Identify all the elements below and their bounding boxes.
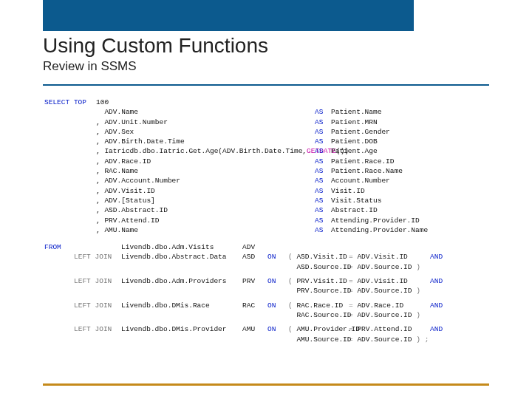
sql-table: Livendb.dbo.DMis.Provider [121, 324, 242, 334]
sql-column-row: , RAC.NameASPatient.Race.Name [44, 166, 502, 176]
sql-col-alias: Abstract.ID [331, 205, 378, 215]
kw-left-join: LEFT JOIN [74, 252, 121, 262]
sql-col-expr: , PRV.Attend.ID [96, 216, 315, 225]
sql-cond-l: ( ASD.Visit.ID [288, 252, 349, 262]
sql-column-row: , Iatricdb.dbo.Iatric.Get.Age(ADV.Birth.… [44, 146, 502, 156]
kw-as: AS [315, 166, 331, 176]
kw-and: AND [430, 252, 443, 262]
kw-as: AS [315, 127, 331, 137]
title-block: Using Custom Functions Review in SSMS [43, 34, 489, 78]
sql-col-alias: Patient.MRN [331, 117, 378, 127]
sql-col-alias: Patient.Gender [331, 127, 390, 137]
sql-col-expr: , ADV.Sex [96, 127, 315, 137]
divider-top [43, 84, 489, 86]
sql-cond-r: = PRV.Attend.ID [349, 324, 430, 334]
kw-on: ON [267, 324, 288, 334]
sql-col-alias: Patient.DOB [331, 137, 378, 146]
sql-column-row: , AMU.NameASAttending.Provider.Name [44, 225, 502, 235]
sql-col-alias: Patient.Race.ID [331, 157, 395, 166]
kw-top: TOP [74, 98, 86, 106]
kw-on: ON [267, 276, 288, 286]
sql-col-expr: , RAC.Name [96, 166, 315, 176]
sql-cond-l: ( RAC.Race.ID [288, 301, 349, 310]
sql-cond-r: = ADV.Source.ID ) [349, 310, 430, 320]
sql-cond-r: = ADV.Source.ID ) ; [349, 335, 430, 344]
sql-col-expr: , Iatricdb.dbo.Iatric.Get.Age(ADV.Birth.… [96, 146, 315, 156]
sql-cond-l: ( AMU.Provider.ID [288, 324, 349, 334]
sql-alias: ADV [242, 242, 267, 252]
sql-col-expr: , ADV.Race.ID [96, 157, 315, 166]
kw-as: AS [315, 196, 331, 205]
kw-as: AS [315, 117, 331, 127]
kw-on: ON [267, 252, 288, 262]
kw-as: AS [315, 107, 331, 117]
sql-alias: RAC [242, 301, 267, 310]
sql-join-cond-row: AMU.Source.ID= ADV.Source.ID ) ; [44, 335, 502, 344]
sql-alias: AMU [242, 324, 267, 334]
sql-cond-r: = ADV.Source.ID ) [349, 262, 430, 272]
sql-col-alias: Attending.Provider.ID [331, 216, 420, 225]
sql-column-row: ADV.NameASPatient.Name [44, 107, 502, 117]
sql-join-cond-row: RAC.Source.ID= ADV.Source.ID ) [44, 310, 502, 320]
sql-col-expr: , ADV.Birth.Date.Time [96, 137, 315, 146]
sql-join-row: LEFT JOINLivendb.dbo.DMis.RaceRACON( RAC… [44, 301, 502, 310]
sql-table: Livendb.dbo.Adm.Visits [121, 242, 242, 252]
sql-column-row: , PRV.Attend.IDASAttending.Provider.ID [44, 216, 502, 225]
kw-left-join: LEFT JOIN [74, 301, 121, 310]
sql-join-cond-row: PRV.Source.ID= ADV.Source.ID ) [44, 286, 502, 296]
sql-col-expr: , ADV.Unit.Number [96, 117, 315, 127]
sql-cond-r: = ADV.Visit.ID [349, 252, 430, 262]
slide-subtitle: Review in SSMS [43, 59, 489, 74]
sql-col-alias: Account.Number [331, 176, 390, 185]
sql-table: Livendb.dbo.DMis.Race [121, 301, 242, 310]
sql-from-row: FROMLivendb.dbo.Adm.VisitsADV [44, 242, 502, 252]
sql-col-expr: , AMU.Name [96, 225, 315, 235]
sql-table: Livendb.dbo.Adm.Providers [121, 276, 242, 286]
kw-on: ON [267, 301, 288, 310]
slide-title: Using Custom Functions [43, 34, 489, 58]
kw-as: AS [315, 137, 331, 146]
sql-join-row: LEFT JOINLivendb.dbo.DMis.ProviderAMUON(… [44, 324, 502, 334]
sql-cond-r: = ADV.Race.ID [349, 301, 430, 310]
sql-col-alias: Patient.Name [331, 107, 381, 117]
sql-alias: ASD [242, 252, 267, 262]
sql-column-row: , ADV.Visit.IDASVisit.ID [44, 186, 502, 196]
kw-as: AS [315, 225, 331, 235]
top-n: 100 [96, 98, 315, 107]
sql-col-expr: , ADV.[Status] [96, 196, 315, 205]
kw-as: AS [315, 176, 331, 185]
kw-as: AS [315, 216, 331, 225]
header-bar [43, 0, 414, 31]
sql-column-row: , ADV.SexASPatient.Gender [44, 127, 502, 137]
kw-as: AS [315, 157, 331, 166]
kw-from: FROM [44, 242, 74, 252]
sql-cond-l: ( PRV.Visit.ID [288, 276, 349, 286]
sql-col-expr: ADV.Name [96, 107, 315, 117]
kw-as: AS [315, 146, 331, 156]
sql-column-row: , ADV.[Status]ASVisit.Status [44, 196, 502, 205]
sql-column-row: , ADV.Account.NumberASAccount.Number [44, 176, 502, 185]
sql-col-expr: , ADV.Account.Number [96, 176, 315, 185]
sql-join-row: LEFT JOINLivendb.dbo.Adm.ProvidersPRVON(… [44, 276, 502, 286]
kw-select: SELECT [44, 98, 69, 106]
sql-col-alias: Patient.Age [331, 146, 378, 156]
sql-cond-r: = ADV.Source.ID ) [349, 286, 430, 296]
sql-join-cond-row: ASD.Source.ID= ADV.Source.ID ) [44, 262, 502, 272]
divider-bottom [43, 383, 489, 386]
sql-col-alias: Visit.ID [331, 186, 365, 196]
sql-column-row: , ASD.Abstract.IDASAbstract.ID [44, 205, 502, 215]
sql-column-row: , ADV.Birth.Date.TimeASPatient.DOB [44, 137, 502, 146]
sql-select-line: SELECT TOP 100 [44, 98, 502, 107]
sql-col-alias: Attending.Provider.Name [331, 225, 428, 235]
sql-cond-l: PRV.Source.ID [288, 286, 349, 296]
kw-left-join: LEFT JOIN [74, 276, 121, 286]
sql-cond-l: ASD.Source.ID [288, 262, 349, 272]
kw-and: AND [430, 301, 443, 310]
kw-left-join: LEFT JOIN [74, 324, 121, 334]
sql-code: SELECT TOP 100 ADV.NameASPatient.Name, A… [44, 98, 502, 349]
kw-and: AND [430, 324, 443, 334]
sql-col-alias: Patient.Race.Name [331, 166, 403, 176]
sql-col-alias: Visit.Status [331, 196, 381, 205]
kw-and: AND [430, 276, 443, 286]
sql-col-expr: , ASD.Abstract.ID [96, 205, 315, 215]
